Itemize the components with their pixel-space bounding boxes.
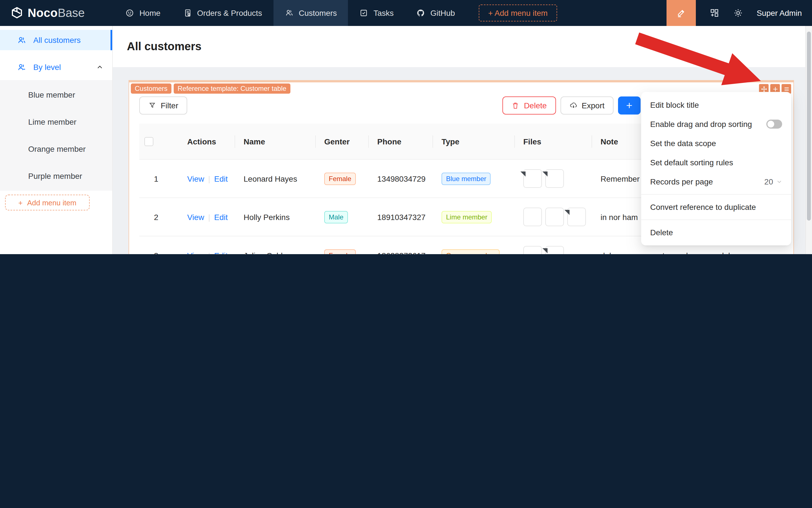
nav-right-cluster: Super Admin xyxy=(667,0,812,26)
gender-cell: Female xyxy=(315,172,368,185)
gender-tag: Female xyxy=(324,172,356,185)
row-index: 2 xyxy=(139,212,178,221)
sidebar-item-lime-member[interactable]: Lime member xyxy=(0,108,112,135)
sidebar-item-by-level[interactable]: By level xyxy=(0,57,112,77)
menu-item-label: Set default sorting rules xyxy=(650,158,733,167)
nav-add-label: + Add menu item xyxy=(488,8,548,17)
sidebar-submenu: Blue memberLime memberOrange memberPurpl… xyxy=(0,80,112,191)
header-name: Name xyxy=(235,124,315,159)
export-label: Export xyxy=(582,101,604,110)
files-cell: DOC xyxy=(514,208,591,226)
nav-item-tasks[interactable]: Tasks xyxy=(348,0,405,26)
filter-icon xyxy=(148,101,156,110)
add-new-button[interactable] xyxy=(618,96,641,115)
edit-link[interactable]: Edit xyxy=(214,174,228,183)
logo-cube-icon xyxy=(10,6,24,20)
actions-cell: View|Edit xyxy=(178,212,235,221)
github-icon xyxy=(416,8,425,17)
type-cell: Lime member xyxy=(433,211,514,223)
nocobase-logo[interactable]: NocoBase xyxy=(0,6,85,20)
type-tag: Lime member xyxy=(442,211,492,223)
export-button[interactable]: Export xyxy=(560,96,614,115)
delete-label: Delete xyxy=(524,101,547,110)
menu-item-records-per-page[interactable]: Records per page20 xyxy=(641,172,791,191)
delete-button[interactable]: Delete xyxy=(502,96,556,115)
files-cell xyxy=(514,246,591,254)
pdf-file-icon[interactable] xyxy=(523,169,542,188)
nav-item-orders-products[interactable]: Orders & Products xyxy=(172,0,273,26)
window-scrollbar[interactable] xyxy=(805,26,812,254)
menu-item-enable-drag-and-drop-sorting[interactable]: Enable drag and drop sorting xyxy=(641,115,791,134)
nav-menu: HomeOrders & ProductsCustomersTasksGitHu… xyxy=(114,0,466,26)
select-all-checkbox[interactable] xyxy=(144,137,153,146)
grid-plus-icon xyxy=(709,8,720,18)
settings-button[interactable] xyxy=(733,8,743,18)
phone-cell: 13498034729 xyxy=(368,174,433,183)
sidebar-item-blue-member[interactable]: Blue member xyxy=(0,81,112,108)
image-thumbnail[interactable] xyxy=(523,208,542,226)
nav-item-home[interactable]: Home xyxy=(114,0,172,26)
nav-item-github[interactable]: GitHub xyxy=(405,0,466,26)
sidebar-item-purple-member[interactable]: Purple member xyxy=(0,163,112,189)
type-cell: Blue member xyxy=(433,172,514,185)
gear-icon xyxy=(733,8,743,18)
note-cell: dolor graeco pro, te sea bonorum doloru.… xyxy=(591,251,783,254)
image-thumbnail[interactable] xyxy=(545,208,564,226)
trash-icon xyxy=(511,101,520,110)
doc-file-icon[interactable]: DOC xyxy=(545,169,564,188)
gender-cell: Male xyxy=(315,211,368,223)
doc-file-icon[interactable]: DOC xyxy=(567,208,586,226)
sidebar-item-all-customers[interactable]: All customers xyxy=(0,30,112,50)
sidebar-item-orange-member[interactable]: Orange member xyxy=(0,135,112,163)
menu-item-set-default-sorting-rules[interactable]: Set default sorting rules xyxy=(641,153,791,172)
tasks-icon xyxy=(359,8,368,17)
sidebar-add-label: Add menu item xyxy=(27,198,77,207)
actions-cell: View|Edit xyxy=(178,251,235,254)
menu-divider xyxy=(641,194,791,195)
scrollbar-thumb[interactable] xyxy=(807,32,811,221)
menu-item-edit-block-title[interactable]: Edit block title xyxy=(641,95,791,115)
customers-icon xyxy=(284,8,294,17)
gender-tag: Male xyxy=(324,211,348,223)
pdf-file-icon[interactable] xyxy=(545,246,564,254)
filter-button[interactable]: Filter xyxy=(139,96,187,115)
user-menu[interactable]: Super Admin xyxy=(757,8,802,17)
edit-link[interactable]: Edit xyxy=(214,212,228,221)
nav-item-label: Customers xyxy=(299,8,336,17)
header-genter: Genter xyxy=(315,124,368,159)
menu-item-delete[interactable]: Delete xyxy=(641,223,791,242)
sidebar-item-label: All customers xyxy=(33,36,81,45)
gender-tag: Female xyxy=(324,249,356,254)
collection-label: Customers xyxy=(131,84,171,94)
link-divider: | xyxy=(208,212,210,221)
sidebar-add-menu-item-button[interactable]: + Add menu item xyxy=(5,195,90,210)
view-link[interactable]: View xyxy=(187,251,204,254)
cloud-download-icon xyxy=(569,101,577,110)
home-icon xyxy=(125,8,134,17)
chevron-up-icon[interactable] xyxy=(96,64,103,71)
row-index: 3 xyxy=(139,251,178,254)
highlighter-icon xyxy=(676,8,686,18)
nav-item-customers[interactable]: Customers xyxy=(273,0,348,26)
edit-link[interactable]: Edit xyxy=(214,251,228,254)
ui-editor-button[interactable] xyxy=(667,0,696,26)
plugin-manager-button[interactable] xyxy=(709,8,720,18)
brand-bold: Noco xyxy=(28,6,58,19)
top-navbar: NocoBase HomeOrders & ProductsCustomersT… xyxy=(0,0,812,26)
view-link[interactable]: View xyxy=(187,212,204,221)
image-thumbnail[interactable] xyxy=(523,246,542,254)
nav-add-menu-item-button[interactable]: + Add menu item xyxy=(479,4,557,22)
gender-cell: Female xyxy=(315,249,368,254)
header-files: Files xyxy=(514,124,591,159)
actions-cell: View|Edit xyxy=(178,174,235,183)
menu-item-label: Delete xyxy=(650,228,673,237)
menu-item-convert-reference-to-duplicate[interactable]: Convert reference to duplicate xyxy=(641,198,791,217)
menu-divider xyxy=(641,219,791,220)
toggle-knob xyxy=(767,121,774,127)
records-per-page-select[interactable]: 20 xyxy=(764,177,782,186)
view-link[interactable]: View xyxy=(187,174,204,183)
block-designer-labels: Customers Reference template: Customer t… xyxy=(131,84,290,94)
menu-item-set-the-data-scope[interactable]: Set the data scope xyxy=(641,134,791,153)
name-cell: Leonard Hayes xyxy=(235,174,315,183)
drag-sort-toggle[interactable] xyxy=(766,120,782,129)
